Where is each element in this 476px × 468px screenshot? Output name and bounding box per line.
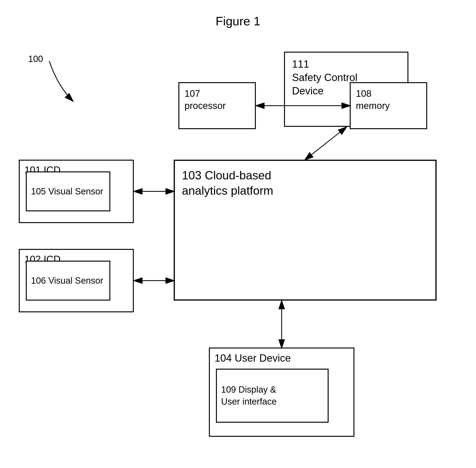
label-100: 100	[28, 54, 43, 64]
box-111-title: Safety ControlDevice	[292, 72, 358, 97]
box-109-label: 109 Display &User interface	[221, 384, 277, 408]
box-111-id: 111	[292, 58, 309, 70]
box-109: 109 Display &User interface	[216, 369, 329, 423]
box-106: 106 Visual Sensor	[26, 261, 110, 301]
svg-line-4	[305, 127, 346, 160]
box-108: 108memory	[350, 82, 427, 129]
box-104-label: 104 User Device	[215, 352, 349, 364]
box-108-label: 108memory	[356, 87, 421, 112]
box-107: 107processor	[178, 82, 256, 129]
box-103: 103 Cloud-basedanalytics platform	[174, 160, 437, 301]
box-103-title: 103 Cloud-basedanalytics platform	[182, 168, 273, 198]
box-106-label: 106 Visual Sensor	[31, 276, 103, 286]
box-105: 105 Visual Sensor	[26, 171, 110, 211]
box-107-label: 107processor	[185, 87, 250, 112]
box-105-label: 105 Visual Sensor	[31, 187, 103, 197]
figure-title: Figure 1	[0, 14, 476, 28]
